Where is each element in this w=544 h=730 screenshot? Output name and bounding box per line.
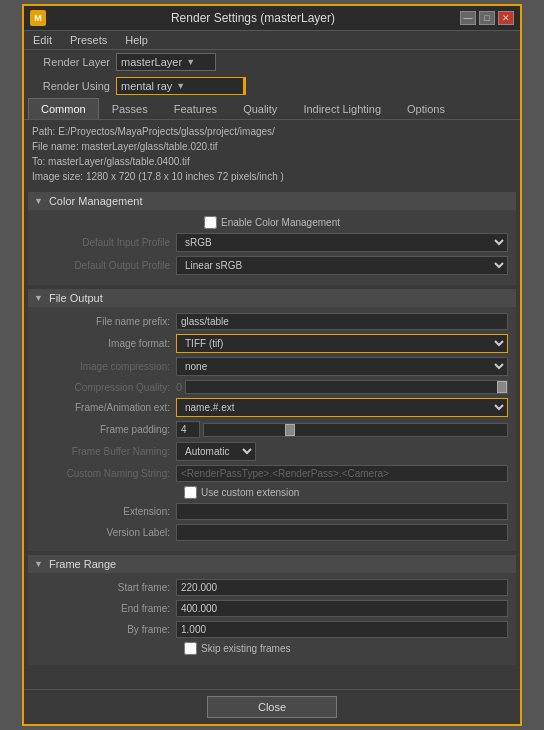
default-input-row: Default Input Profile sRGB [36, 233, 508, 252]
version-label-input[interactable] [176, 524, 508, 541]
menu-presets[interactable]: Presets [67, 33, 110, 47]
tab-features[interactable]: Features [161, 98, 230, 119]
path-line: Path: E:/Proyectos/MayaProjects/glass/pr… [32, 124, 512, 139]
extension-row: Extension: [36, 503, 508, 520]
window-title: Render Settings (masterLayer) [46, 11, 460, 25]
frame-range-body: Start frame: End frame: By frame: Skip e… [28, 573, 516, 665]
scroll-area[interactable]: ▼ Color Management Enable Color Manageme… [24, 188, 520, 689]
custom-naming-label: Custom Naming String: [36, 468, 176, 479]
compression-quality-value: 0 [176, 381, 182, 393]
file-output-section: ▼ File Output File name prefix: Image fo… [28, 289, 516, 551]
file-name-prefix-row: File name prefix: [36, 313, 508, 330]
file-name-prefix-label: File name prefix: [36, 316, 176, 327]
menubar: Edit Presets Help [24, 31, 520, 50]
frame-anim-label: Frame/Animation ext: [36, 402, 176, 413]
end-frame-row: End frame: [36, 600, 508, 617]
render-layer-combo[interactable]: masterLayer ▼ [116, 53, 216, 71]
to-line: To: masterLayer/glass/table.0400.tif [32, 154, 512, 169]
skip-existing-frames-checkbox[interactable] [184, 642, 197, 655]
file-output-arrow: ▼ [34, 293, 43, 303]
compression-quality-row: Compression Quality: 0 [36, 380, 508, 394]
file-output-body: File name prefix: Image format: TIFF (ti… [28, 307, 516, 551]
start-frame-input[interactable] [176, 579, 508, 596]
image-format-select[interactable]: TIFF (tif) [176, 334, 508, 353]
compression-quality-slider[interactable] [185, 380, 508, 394]
frame-anim-select[interactable]: name.#.ext [176, 398, 508, 417]
render-using-label: Render Using [30, 80, 110, 92]
enable-color-mgmt-label: Enable Color Management [221, 217, 340, 228]
enable-color-mgmt-row: Enable Color Management [36, 216, 508, 229]
end-frame-input[interactable] [176, 600, 508, 617]
image-compression-label: Image compression: [36, 361, 176, 372]
by-frame-label: By frame: [36, 624, 176, 635]
minimize-button[interactable]: — [460, 11, 476, 25]
default-input-select[interactable]: sRGB [176, 233, 508, 252]
image-size-line: Image size: 1280 x 720 (17.8 x 10 inches… [32, 169, 512, 184]
close-button[interactable]: Close [207, 696, 337, 718]
render-settings-window: M Render Settings (masterLayer) — □ ✕ Ed… [22, 4, 522, 726]
file-output-title: File Output [49, 292, 103, 304]
frame-padding-input[interactable] [176, 421, 200, 438]
title-bar: M Render Settings (masterLayer) — □ ✕ [24, 6, 520, 31]
by-frame-input[interactable] [176, 621, 508, 638]
frame-buffer-naming-select[interactable]: Automatic [176, 442, 256, 461]
render-layer-row: Render Layer masterLayer ▼ [24, 50, 520, 74]
tab-common[interactable]: Common [28, 98, 99, 119]
path-info: Path: E:/Proyectos/MayaProjects/glass/pr… [24, 120, 520, 188]
custom-naming-input[interactable] [176, 465, 508, 482]
menu-edit[interactable]: Edit [30, 33, 55, 47]
end-frame-label: End frame: [36, 603, 176, 614]
render-using-arrow: ▼ [176, 81, 185, 91]
frame-padding-label: Frame padding: [36, 424, 176, 435]
frame-buffer-naming-label: Frame Buffer Naming: [36, 446, 176, 457]
start-frame-label: Start frame: [36, 582, 176, 593]
frame-anim-row: Frame/Animation ext: name.#.ext [36, 398, 508, 417]
tab-options[interactable]: Options [394, 98, 458, 119]
frame-padding-row: Frame padding: [36, 421, 508, 438]
frame-range-section: ▼ Frame Range Start frame: End frame: By… [28, 555, 516, 665]
render-layer-label: Render Layer [30, 56, 110, 68]
tabs-bar: Common Passes Features Quality Indirect … [24, 98, 520, 120]
enable-color-mgmt-checkbox[interactable] [204, 216, 217, 229]
image-format-label: Image format: [36, 338, 176, 349]
title-buttons: — □ ✕ [460, 11, 514, 25]
color-management-section: ▼ Color Management Enable Color Manageme… [28, 192, 516, 285]
tab-indirect-lighting[interactable]: Indirect Lighting [290, 98, 394, 119]
image-format-row: Image format: TIFF (tif) [36, 334, 508, 353]
use-custom-ext-label: Use custom extension [201, 487, 299, 498]
color-management-header[interactable]: ▼ Color Management [28, 192, 516, 210]
version-label-row: Version Label: [36, 524, 508, 541]
frame-range-header[interactable]: ▼ Frame Range [28, 555, 516, 573]
default-input-label: Default Input Profile [36, 237, 176, 248]
use-custom-ext-row: Use custom extension [36, 486, 508, 499]
frame-padding-slider[interactable] [203, 423, 508, 437]
use-custom-ext-checkbox[interactable] [184, 486, 197, 499]
by-frame-row: By frame: [36, 621, 508, 638]
frame-buffer-naming-row: Frame Buffer Naming: Automatic [36, 442, 508, 461]
color-management-body: Enable Color Management Default Input Pr… [28, 210, 516, 285]
image-compression-row: Image compression: none [36, 357, 508, 376]
filename-line: File name: masterLayer/glass/table.020.t… [32, 139, 512, 154]
color-mgmt-arrow: ▼ [34, 196, 43, 206]
skip-existing-frames-label: Skip existing frames [201, 643, 290, 654]
frame-range-title: Frame Range [49, 558, 116, 570]
maximize-button[interactable]: □ [479, 11, 495, 25]
version-label-label: Version Label: [36, 527, 176, 538]
start-frame-row: Start frame: [36, 579, 508, 596]
file-name-prefix-input[interactable] [176, 313, 508, 330]
skip-frames-row: Skip existing frames [36, 642, 508, 655]
file-output-header[interactable]: ▼ File Output [28, 289, 516, 307]
close-title-button[interactable]: ✕ [498, 11, 514, 25]
custom-naming-row: Custom Naming String: [36, 465, 508, 482]
render-using-combo[interactable]: mental ray ▼ [116, 77, 246, 95]
tab-passes[interactable]: Passes [99, 98, 161, 119]
extension-label: Extension: [36, 506, 176, 517]
compression-quality-label: Compression Quality: [36, 382, 176, 393]
default-output-select[interactable]: Linear sRGB [176, 256, 508, 275]
menu-help[interactable]: Help [122, 33, 151, 47]
image-compression-select[interactable]: none [176, 357, 508, 376]
render-using-row: Render Using mental ray ▼ [24, 74, 520, 98]
tab-quality[interactable]: Quality [230, 98, 290, 119]
extension-input[interactable] [176, 503, 508, 520]
color-management-title: Color Management [49, 195, 143, 207]
